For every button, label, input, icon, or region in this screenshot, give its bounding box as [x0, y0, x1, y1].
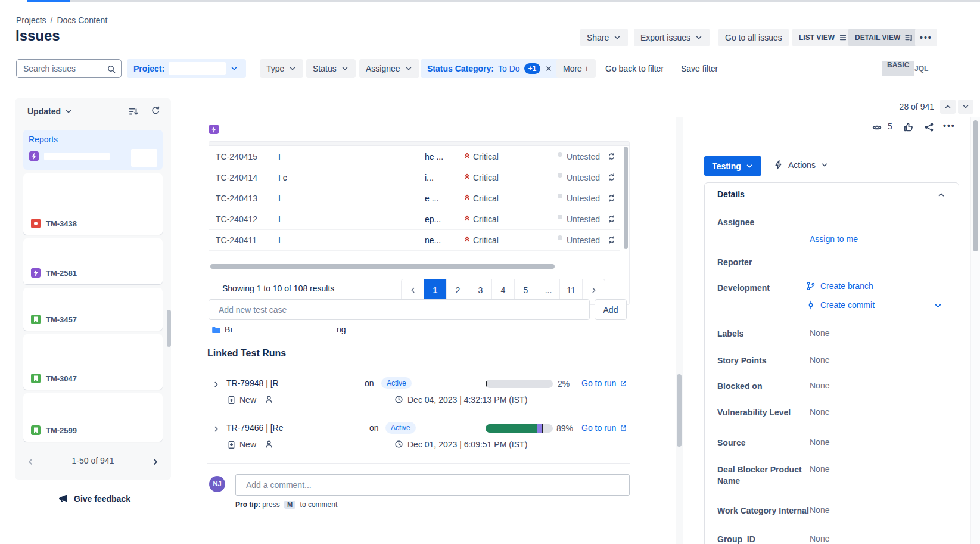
actions-dropdown[interactable]: Actions — [773, 160, 829, 170]
chevron-down-icon[interactable] — [934, 301, 942, 310]
go-to-run-link[interactable]: Go to run — [581, 378, 616, 388]
close-icon[interactable] — [545, 64, 553, 73]
sync-icon[interactable] — [607, 152, 616, 161]
main-scrollbar-thumb[interactable] — [677, 374, 682, 447]
redacted-issue-key — [44, 153, 110, 160]
page-button[interactable]: 2 — [446, 279, 469, 301]
jql-mode-toggle[interactable]: JQL — [914, 64, 928, 73]
share-nodes-icon[interactable] — [924, 122, 934, 132]
test-case-row[interactable]: TC-240412 I ep... Critical Untested — [209, 209, 620, 230]
detail-view-button[interactable]: DETAIL VIEW — [848, 29, 919, 46]
field-value-labels[interactable]: None — [810, 328, 829, 338]
page-ellipsis[interactable]: ... — [537, 279, 560, 301]
assignee-filter-label: Assignee — [366, 64, 400, 73]
breadcrumb-docs-content[interactable]: Docs Content — [57, 15, 107, 25]
go-to-all-issues-button[interactable]: Go to all issues — [718, 29, 789, 46]
breadcrumb-projects[interactable]: Projects — [16, 15, 46, 25]
test-run-key[interactable]: TR-79948 | [R — [226, 378, 279, 388]
add-test-case-input[interactable] — [217, 300, 575, 319]
avatar[interactable]: NJ — [209, 476, 225, 492]
export-issues-button[interactable]: Export issues — [634, 29, 710, 46]
expand-run-chevron[interactable] — [212, 425, 220, 433]
watch-eye-icon[interactable] — [871, 123, 883, 132]
expand-run-chevron[interactable] — [212, 380, 220, 388]
feedback-label: Give feedback — [74, 494, 130, 503]
priority-label: Critical — [473, 235, 499, 245]
test-case-row[interactable]: TC-240415 I he ... Critical Untested — [209, 147, 620, 167]
filter-status-category[interactable]: Status Category: To Do +1 — [421, 59, 559, 78]
issue-card[interactable]: TM-3438 — [23, 173, 163, 235]
issue-card[interactable]: TM-2599 — [23, 393, 163, 442]
sync-icon[interactable] — [607, 215, 616, 223]
table-horizontal-scrollbar[interactable] — [210, 264, 555, 269]
field-value-group-id[interactable]: None — [810, 534, 829, 543]
page-scrollbar-thumb[interactable] — [973, 120, 978, 251]
refresh-icon[interactable] — [151, 106, 160, 116]
prev-page-button[interactable] — [401, 279, 424, 301]
sync-icon[interactable] — [607, 173, 616, 182]
create-branch-link[interactable]: Create branch — [806, 281, 873, 291]
sort-direction-icon[interactable] — [128, 106, 139, 117]
status-category-badge: +1 — [524, 63, 541, 74]
create-commit-link[interactable]: Create commit — [806, 300, 875, 310]
redacted-thumbnail — [131, 149, 157, 167]
add-test-case-button[interactable]: Add — [595, 299, 627, 320]
page-button[interactable]: 4 — [491, 279, 515, 301]
basic-mode-toggle[interactable]: BASIC — [882, 61, 914, 76]
previous-issue-button[interactable] — [940, 100, 956, 114]
filter-project[interactable]: Project: — [127, 59, 246, 78]
next-issue-button[interactable] — [958, 100, 973, 114]
page-button-current[interactable]: 1 — [424, 279, 447, 301]
test-case-row[interactable]: TC-240414 I c i... Critical Untested — [209, 167, 620, 188]
search-input[interactable] — [22, 60, 105, 77]
table-vertical-scrollbar[interactable] — [624, 147, 628, 249]
issue-card-selected[interactable]: Reports — [23, 130, 163, 170]
go-back-to-filter-link[interactable]: Go back to filter — [605, 64, 664, 73]
run-progress-bar — [486, 380, 553, 388]
sidebar-scrollbar[interactable] — [167, 310, 171, 347]
share-button[interactable]: Share — [580, 29, 628, 46]
field-value-work-category-internal[interactable]: None — [810, 505, 829, 515]
table-clipped-row — [209, 142, 629, 146]
chevron-right-icon[interactable] — [151, 457, 160, 467]
page-button[interactable]: 5 — [514, 279, 537, 301]
page-button[interactable]: 3 — [469, 279, 492, 301]
give-feedback-button[interactable]: Give feedback — [58, 493, 130, 503]
issue-card[interactable]: TM-2581 — [23, 238, 163, 284]
more-actions-icon[interactable]: ••• — [943, 121, 956, 130]
test-case-key: TC-240413 — [216, 194, 257, 203]
assign-to-me-link[interactable]: Assign to me — [810, 234, 858, 244]
details-panel-header[interactable]: Details — [705, 183, 959, 206]
field-value-story-points[interactable]: None — [810, 355, 829, 365]
folder-row[interactable]: Bı ng — [211, 325, 221, 335]
share-label: Share — [587, 33, 609, 42]
filter-more[interactable]: More + — [556, 59, 596, 78]
go-to-run-link[interactable]: Go to run — [581, 423, 616, 433]
test-case-name-fragment: I — [278, 194, 281, 203]
more-toolbar-button[interactable]: ••• — [915, 29, 937, 46]
field-value-blocked-on[interactable]: None — [810, 381, 829, 390]
add-comment-input[interactable] — [245, 475, 614, 495]
issue-card[interactable]: TM-3457 — [23, 288, 163, 331]
sync-icon[interactable] — [607, 194, 616, 203]
field-value-deal-blocker-product-name[interactable]: None — [810, 464, 829, 474]
sync-icon[interactable] — [607, 235, 616, 244]
status-dropdown-testing[interactable]: Testing — [704, 156, 761, 176]
filter-type[interactable]: Type — [260, 59, 303, 78]
like-thumbs-up-icon[interactable] — [903, 122, 914, 132]
test-run-key[interactable]: TR-79466 | [Re — [226, 423, 283, 433]
filter-status[interactable]: Status — [306, 59, 356, 78]
filter-assignee[interactable]: Assignee — [359, 59, 419, 78]
field-value-source[interactable]: None — [810, 437, 829, 447]
save-filter-link[interactable]: Save filter — [681, 64, 718, 73]
chevron-left-icon[interactable] — [26, 457, 35, 467]
issue-card[interactable]: TM-3047 — [23, 334, 163, 390]
go-to-all-label: Go to all issues — [725, 33, 782, 42]
page-button[interactable]: 11 — [559, 279, 583, 301]
next-page-button[interactable] — [582, 279, 605, 301]
test-case-row[interactable]: TC-240413 I e ... Critical Untested — [209, 188, 620, 209]
test-case-row[interactable]: TC-240411 I ne... Critical Untested — [209, 230, 620, 251]
field-value-vulnerability-level[interactable]: None — [810, 407, 829, 416]
sort-order-dropdown[interactable]: Updated — [27, 107, 73, 116]
list-view-button[interactable]: LIST VIEW — [792, 29, 854, 46]
